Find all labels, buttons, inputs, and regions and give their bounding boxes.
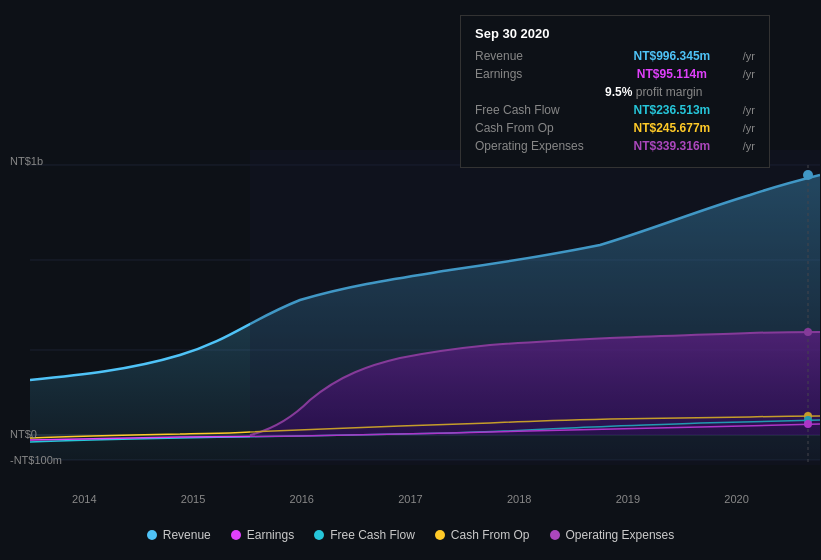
legend-revenue-label: Revenue <box>163 528 211 542</box>
tooltip-earnings-value: NT$95.114m <box>637 67 707 81</box>
x-label-2014: 2014 <box>72 493 96 505</box>
tooltip-revenue-row: Revenue NT$996.345m /yr <box>475 49 755 63</box>
tooltip-fcf-unit: /yr <box>743 104 755 116</box>
tooltip-opex-unit: /yr <box>743 140 755 152</box>
tooltip-opex-label: Operating Expenses <box>475 139 605 153</box>
legend-cashop-label: Cash From Op <box>451 528 530 542</box>
legend-opex[interactable]: Operating Expenses <box>550 528 675 542</box>
legend-earnings[interactable]: Earnings <box>231 528 294 542</box>
legend-cashop-dot <box>435 530 445 540</box>
x-label-2015: 2015 <box>181 493 205 505</box>
x-label-2019: 2019 <box>616 493 640 505</box>
x-label-2016: 2016 <box>290 493 314 505</box>
legend-fcf-dot <box>314 530 324 540</box>
tooltip-revenue-label: Revenue <box>475 49 605 63</box>
tooltip-opex-value: NT$339.316m <box>634 139 711 153</box>
y-axis-neg-label: -NT$100m <box>10 454 62 466</box>
legend-opex-label: Operating Expenses <box>566 528 675 542</box>
tooltip-earnings-unit: /yr <box>743 68 755 80</box>
tooltip-opex-row: Operating Expenses NT$339.316m /yr <box>475 139 755 153</box>
tooltip-cashop-unit: /yr <box>743 122 755 134</box>
tooltip-fcf-row: Free Cash Flow NT$236.513m /yr <box>475 103 755 117</box>
tooltip-profit-margin-row: 9.5% profit margin <box>605 85 755 99</box>
legend-earnings-label: Earnings <box>247 528 294 542</box>
tooltip-revenue-value: NT$996.345m <box>634 49 711 63</box>
legend-revenue[interactable]: Revenue <box>147 528 211 542</box>
tooltip-cashop-row: Cash From Op NT$245.677m /yr <box>475 121 755 135</box>
tooltip-profit-margin-label: profit margin <box>636 85 703 99</box>
legend-revenue-dot <box>147 530 157 540</box>
legend-opex-dot <box>550 530 560 540</box>
legend-earnings-dot <box>231 530 241 540</box>
tooltip-cashop-label: Cash From Op <box>475 121 605 135</box>
tooltip-cashop-value: NT$245.677m <box>634 121 711 135</box>
y-axis-zero-label: NT$0 <box>10 428 37 440</box>
x-axis: 2014 2015 2016 2017 2018 2019 2020 <box>0 493 821 505</box>
y-axis-top-label: NT$1b <box>10 155 43 167</box>
tooltip-fcf-label: Free Cash Flow <box>475 103 605 117</box>
tooltip-profit-margin-value: 9.5% <box>605 85 632 99</box>
tooltip-fcf-value: NT$236.513m <box>634 103 711 117</box>
chart-legend: Revenue Earnings Free Cash Flow Cash Fro… <box>0 528 821 542</box>
svg-rect-13 <box>250 150 820 465</box>
tooltip-earnings-row: Earnings NT$95.114m /yr <box>475 67 755 81</box>
chart-container: NT$1b NT$0 -NT$100m 2014 2015 2016 2017 … <box>0 0 821 560</box>
tooltip-revenue-unit: /yr <box>743 50 755 62</box>
legend-cashop[interactable]: Cash From Op <box>435 528 530 542</box>
x-label-2020: 2020 <box>724 493 748 505</box>
legend-fcf-label: Free Cash Flow <box>330 528 415 542</box>
x-label-2017: 2017 <box>398 493 422 505</box>
tooltip-earnings-label: Earnings <box>475 67 605 81</box>
tooltip-panel: Sep 30 2020 Revenue NT$996.345m /yr Earn… <box>460 15 770 168</box>
tooltip-date: Sep 30 2020 <box>475 26 755 41</box>
legend-fcf[interactable]: Free Cash Flow <box>314 528 415 542</box>
x-label-2018: 2018 <box>507 493 531 505</box>
